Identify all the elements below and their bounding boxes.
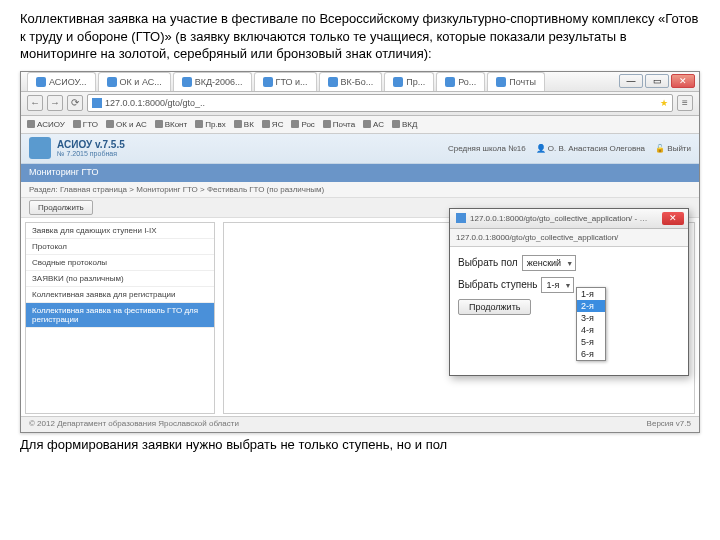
- browser-tab[interactable]: ОК и АС...: [98, 72, 171, 91]
- browser-tab[interactable]: ВКД-2006...: [173, 72, 252, 91]
- menu-button[interactable]: ≡: [677, 95, 693, 111]
- step-dropdown[interactable]: 1-я2-я3-я4-я5-я6-я: [576, 287, 606, 361]
- bookmark-item[interactable]: ГТО: [73, 120, 98, 129]
- browser-tab[interactable]: АСИОУ...: [27, 72, 96, 91]
- minimize-button[interactable]: —: [619, 74, 643, 88]
- maximize-button[interactable]: ▭: [645, 74, 669, 88]
- browser-tab[interactable]: ГТО и...: [254, 72, 317, 91]
- continue-button[interactable]: Продолжить: [29, 200, 93, 215]
- browser-window: АСИОУ...ОК и АС...ВКД-2006...ГТО и...ВК-…: [20, 71, 700, 433]
- dropdown-option[interactable]: 2-я: [577, 300, 605, 312]
- popup-continue-button[interactable]: Продолжить: [458, 299, 531, 315]
- url-field[interactable]: 127.0.0.1:8000/gto/gto_..★: [87, 94, 673, 112]
- bookmark-item[interactable]: АС: [363, 120, 384, 129]
- app-title: АСИОУ v.7.5.5: [57, 139, 125, 150]
- gender-select[interactable]: женский: [522, 255, 577, 271]
- dropdown-option[interactable]: 5-я: [577, 336, 605, 348]
- browser-tab[interactable]: ВК-Бо...: [319, 72, 383, 91]
- sidebar-item[interactable]: Протокол: [26, 239, 214, 255]
- reload-button[interactable]: ⟳: [67, 95, 83, 111]
- logout-link[interactable]: 🔓 Выйти: [655, 144, 691, 153]
- dropdown-option[interactable]: 3-я: [577, 312, 605, 324]
- sidebar: Заявка для сдающих ступени I-IXПротоколС…: [25, 222, 215, 414]
- gender-label: Выбрать пол: [458, 257, 518, 268]
- bookmark-item[interactable]: ЯС: [262, 120, 284, 129]
- forward-button[interactable]: →: [47, 95, 63, 111]
- address-bar: ← → ⟳ 127.0.0.1:8000/gto/gto_..★ ≡: [21, 92, 699, 116]
- bookmarks-bar: АСИОУГТООК и АСВКонтПр.вхВКЯСРосПочтаАСВ…: [21, 116, 699, 134]
- school-name: Средняя школа №16: [448, 144, 526, 153]
- bookmark-item[interactable]: Почта: [323, 120, 355, 129]
- back-button[interactable]: ←: [27, 95, 43, 111]
- popup-window: 127.0.0.1:8000/gto/gto_collective_applic…: [449, 208, 689, 376]
- dropdown-option[interactable]: 1-я: [577, 288, 605, 300]
- step-select[interactable]: 1-я: [541, 277, 574, 293]
- sidebar-item[interactable]: ЗАЯВКИ (по различным): [26, 271, 214, 287]
- user-name: 👤 О. В. Анастасия Олеговна: [536, 144, 646, 153]
- bookmark-item[interactable]: ВКонт: [155, 120, 188, 129]
- favicon-icon: [92, 98, 102, 108]
- sidebar-item[interactable]: Заявка для сдающих ступени I-IX: [26, 223, 214, 239]
- browser-tab[interactable]: Почты: [487, 72, 545, 91]
- app-subtitle: № 7.2015 пробная: [57, 150, 125, 157]
- dropdown-option[interactable]: 4-я: [577, 324, 605, 336]
- step-label: Выбрать ступень: [458, 279, 537, 290]
- footer: © 2012 Департамент образования Ярославск…: [21, 416, 699, 432]
- browser-tab[interactable]: Пр...: [384, 72, 434, 91]
- dropdown-option[interactable]: 6-я: [577, 348, 605, 360]
- tab-strip: АСИОУ...ОК и АС...ВКД-2006...ГТО и...ВК-…: [21, 72, 545, 91]
- bookmark-item[interactable]: Рос: [291, 120, 314, 129]
- intro-text: Коллективная заявка на участие в фестива…: [0, 0, 720, 71]
- ribbon-tab-active[interactable]: Мониторинг ГТО: [21, 164, 699, 182]
- bookmark-item[interactable]: Пр.вх: [195, 120, 226, 129]
- sidebar-item[interactable]: Коллективная заявка для регистрации: [26, 287, 214, 303]
- bookmark-item[interactable]: АСИОУ: [27, 120, 65, 129]
- popup-titlebar: 127.0.0.1:8000/gto/gto_collective_applic…: [450, 209, 688, 229]
- breadcrumb: Раздел: Главная страница > Мониторинг ГТ…: [21, 182, 699, 198]
- titlebar: АСИОУ...ОК и АС...ВКД-2006...ГТО и...ВК-…: [21, 72, 699, 92]
- sidebar-item[interactable]: Сводные протоколы: [26, 255, 214, 271]
- sidebar-item[interactable]: Коллективная заявка на фестиваль ГТО для…: [26, 303, 214, 328]
- app-logo-icon: [29, 137, 51, 159]
- bookmark-star-icon[interactable]: ★: [660, 95, 668, 111]
- bookmark-item[interactable]: ОК и АС: [106, 120, 147, 129]
- app-header: АСИОУ v.7.5.5 № 7.2015 пробная Средняя ш…: [21, 134, 699, 164]
- bookmark-item[interactable]: ВК: [234, 120, 254, 129]
- popup-url-field[interactable]: 127.0.0.1:8000/gto/gto_collective_applic…: [450, 229, 688, 247]
- bookmark-item[interactable]: ВКД: [392, 120, 417, 129]
- browser-tab[interactable]: Ро...: [436, 72, 485, 91]
- footer-text: Для формирования заявки нужно выбрать не…: [0, 433, 720, 456]
- popup-close-button[interactable]: ✕: [662, 212, 684, 225]
- chrome-icon: [456, 213, 466, 223]
- close-button[interactable]: ✕: [671, 74, 695, 88]
